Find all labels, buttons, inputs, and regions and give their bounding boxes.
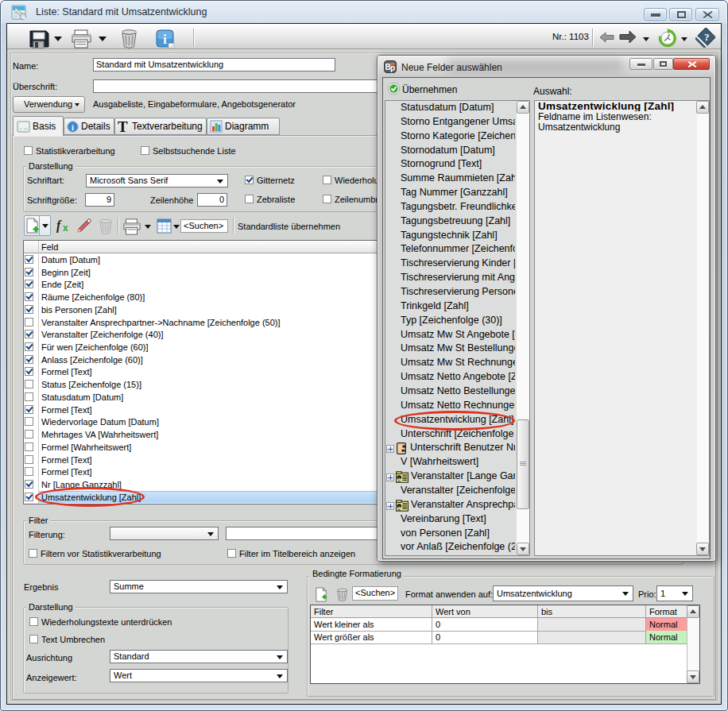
svg-text:i: i bbox=[163, 33, 167, 46]
svg-text:i: i bbox=[72, 123, 74, 132]
svg-text:p: p bbox=[390, 64, 395, 72]
svg-text:?: ? bbox=[704, 31, 710, 43]
